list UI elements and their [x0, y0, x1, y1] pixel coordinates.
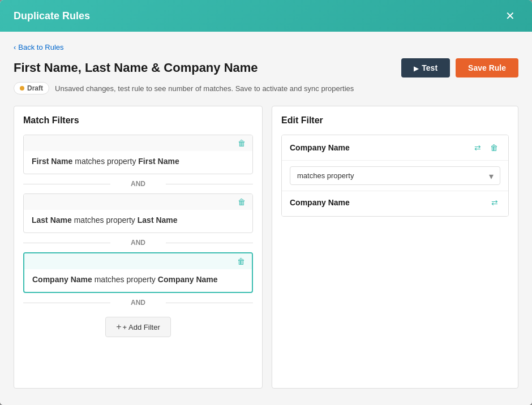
edit-filter-value-row: Company Name ⇄ [282, 191, 508, 216]
edit-filter-panel: Edit Filter Company Name ⇄ 🗑 [272, 106, 518, 389]
filter-card-2[interactable]: 🗑 Last Name matches property Last Name [23, 193, 253, 233]
add-filter-label: + Add Filter [123, 323, 160, 331]
swap-value-icon: ⇄ [491, 198, 498, 207]
modal: Duplicate Rules ✕ ‹ Back to Rules First … [0, 0, 532, 405]
filter-3-text-after: Company Name [158, 275, 218, 284]
close-button[interactable]: ✕ [502, 9, 518, 23]
delete-filter-1-button[interactable]: 🗑 [235, 137, 248, 149]
swap-property-button[interactable]: ⇄ [472, 142, 483, 153]
edit-filter-title: Edit Filter [281, 115, 509, 126]
modal-overlay: Duplicate Rules ✕ ‹ Back to Rules First … [0, 0, 532, 405]
plus-icon: + [116, 322, 121, 332]
filter-3-text-before: Company Name [32, 275, 92, 284]
draft-badge: Draft [14, 82, 49, 94]
filter-1-text-after: First Name [138, 157, 179, 166]
modal-body: ‹ Back to Rules First Name, Last Name & … [0, 32, 532, 405]
filter-card-1-top: 🗑 [24, 135, 252, 151]
delete-filter-2-button[interactable]: 🗑 [235, 196, 248, 208]
filter-card-3[interactable]: 🗑 Company Name matches property Company … [23, 252, 253, 293]
and-divider-1: AND [23, 180, 253, 188]
save-rule-button[interactable]: Save Rule [456, 58, 518, 77]
filter-2-text-after: Last Name [138, 216, 178, 225]
back-link[interactable]: ‹ Back to Rules [14, 43, 518, 51]
condition-select[interactable]: matches property does not match contains… [290, 166, 500, 185]
edit-filter-property-label: Company Name [290, 143, 350, 152]
test-button[interactable]: Test [401, 58, 450, 77]
rule-actions: Test Save Rule [401, 58, 518, 77]
and-divider-3: AND [23, 299, 253, 307]
draft-message: Unsaved changes, test rule to see number… [55, 84, 354, 93]
swap-icon: ⇄ [474, 143, 481, 152]
draft-row: Draft Unsaved changes, test rule to see … [14, 82, 518, 94]
and-divider-2: AND [23, 239, 253, 247]
filter-1-text-middle: matches property [75, 157, 138, 166]
back-link-label: Back to Rules [18, 43, 63, 51]
rule-name: First Name, Last Name & Company Name [14, 61, 258, 75]
chevron-left-icon: ‹ [14, 43, 16, 51]
swap-value-button[interactable]: ⇄ [489, 197, 500, 208]
play-icon [414, 63, 418, 72]
filter-2-text-middle: matches property [74, 216, 138, 225]
modal-header: Duplicate Rules ✕ [0, 0, 532, 32]
match-filters-panel: Match Filters 🗑 First Name matches prope… [14, 106, 263, 389]
filter-3-text-middle: matches property [95, 275, 158, 284]
condition-select-wrapper: matches property does not match contains… [290, 166, 500, 185]
delete-filter-3-button[interactable]: 🗑 [235, 256, 247, 267]
rule-header: First Name, Last Name & Company Name Tes… [14, 58, 518, 77]
filter-card-3-top: 🗑 [24, 253, 252, 269]
modal-title: Duplicate Rules [14, 10, 90, 22]
filter-card-2-body: Last Name matches property Last Name [24, 210, 252, 232]
panels-row: Match Filters 🗑 First Name matches prope… [14, 106, 518, 389]
filter-card-1-body: First Name matches property First Name [24, 151, 252, 174]
delete-edit-filter-button[interactable]: 🗑 [488, 142, 500, 153]
edit-filter-card: Company Name ⇄ 🗑 [281, 135, 509, 217]
filter-card-3-body: Company Name matches property Company Na… [24, 269, 252, 292]
filter-2-text-before: Last Name [32, 216, 72, 225]
edit-filter-value-label: Company Name [290, 198, 350, 207]
draft-label: Draft [27, 84, 43, 92]
edit-filter-icon-row: ⇄ 🗑 [472, 142, 500, 153]
filter-card-2-top: 🗑 [24, 194, 252, 210]
test-label: Test [422, 63, 437, 72]
match-filters-title: Match Filters [23, 115, 253, 126]
edit-filter-header: Company Name ⇄ 🗑 [282, 135, 508, 161]
trash-icon: 🗑 [490, 143, 498, 152]
add-filter-button[interactable]: + + Add Filter [105, 317, 170, 337]
filter-card-1[interactable]: 🗑 First Name matches property First Name [23, 135, 253, 174]
draft-dot [20, 86, 24, 91]
filter-1-text-before: First Name [32, 157, 72, 166]
edit-filter-select-row: matches property does not match contains… [282, 161, 508, 191]
